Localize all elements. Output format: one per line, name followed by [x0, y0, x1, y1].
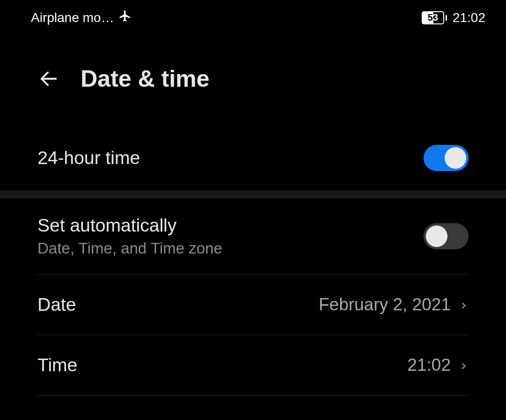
status-right: 53 21:02: [422, 10, 485, 25]
setting-label: Set automatically: [37, 215, 222, 236]
battery-percent: 53: [423, 12, 443, 23]
airplane-icon: [119, 9, 132, 26]
setting-label: Date: [37, 294, 76, 315]
chevron-right-icon: [459, 355, 469, 375]
page-title: Date & time: [81, 65, 209, 92]
setting-label: 24-hour time: [37, 148, 140, 168]
chevron-right-icon: [459, 295, 469, 315]
row-24-hour-time[interactable]: 24-hour time: [0, 125, 506, 191]
date-value: February 2, 2021: [319, 295, 451, 315]
row-set-automatically[interactable]: Set automatically Date, Time, and Time z…: [0, 198, 506, 274]
row-time[interactable]: Time 21:02: [0, 335, 506, 395]
setting-sublabel: Date, Time, and Time zone: [37, 240, 222, 257]
header: Date & time: [0, 35, 506, 125]
row-date[interactable]: Date February 2, 2021: [0, 275, 506, 335]
setting-label: Time: [37, 355, 77, 375]
section-divider: [0, 191, 506, 198]
divider: [37, 395, 469, 396]
back-button[interactable]: [37, 68, 60, 90]
time-value: 21:02: [407, 355, 451, 375]
airplane-mode-label: Airplane mo…: [31, 10, 114, 25]
battery-icon: 53: [422, 11, 447, 24]
toggle-set-automatically[interactable]: [424, 223, 469, 249]
toggle-24-hour-time[interactable]: [424, 145, 469, 171]
status-bar: Airplane mo… 53 21:02: [0, 0, 506, 35]
status-clock: 21:02: [453, 10, 485, 25]
status-left: Airplane mo…: [31, 9, 132, 26]
